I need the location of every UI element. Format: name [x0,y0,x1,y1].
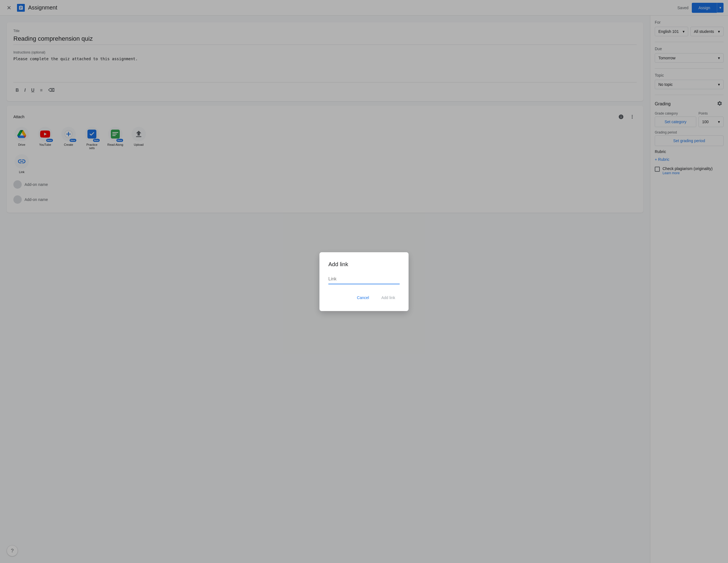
add-link-dialog: Add link Cancel Add link [319,252,409,311]
dialog-overlay[interactable]: Add link Cancel Add link [0,0,728,563]
dialog-actions: Cancel Add link [328,293,400,302]
link-input[interactable] [328,274,400,284]
dialog-cancel-button[interactable]: Cancel [353,293,374,302]
dialog-title: Add link [328,261,400,267]
dialog-add-link-button[interactable]: Add link [377,293,400,302]
